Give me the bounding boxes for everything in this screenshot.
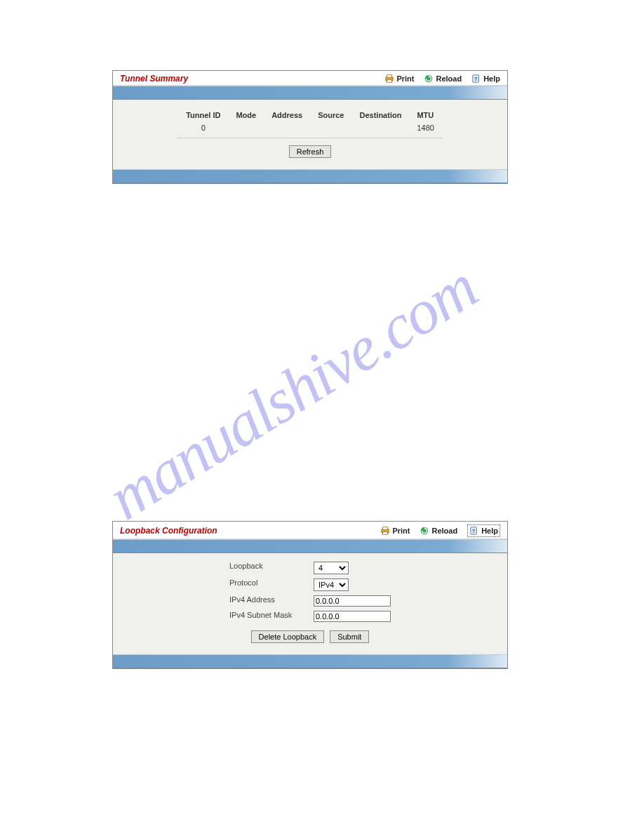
ipv4mask-label: IPv4 Subnet Mask bbox=[229, 611, 307, 622]
reload-button[interactable]: Reload bbox=[420, 526, 457, 536]
divider bbox=[177, 138, 443, 138]
cell-destination bbox=[352, 122, 408, 133]
protocol-label: Protocol bbox=[229, 578, 307, 591]
panel-body: Tunnel ID Mode Address Source Destinatio… bbox=[113, 100, 507, 169]
print-icon bbox=[380, 526, 390, 536]
print-button[interactable]: Print bbox=[384, 74, 414, 84]
loopback-label: Loopback bbox=[229, 562, 307, 574]
protocol-select[interactable]: IPv4 bbox=[314, 578, 349, 591]
table-row: 0 1480 bbox=[179, 122, 441, 133]
svg-rect-8 bbox=[383, 532, 388, 535]
loopback-config-panel: Loopback Configuration Print Reload ? He… bbox=[112, 521, 508, 669]
help-icon: ? bbox=[469, 526, 479, 536]
panel-header: Tunnel Summary Print Reload ? Help bbox=[113, 71, 507, 86]
svg-text:?: ? bbox=[472, 528, 476, 534]
ipv4addr-label: IPv4 Address bbox=[229, 595, 307, 607]
help-button[interactable]: ? Help bbox=[467, 524, 500, 537]
decorative-bar bbox=[113, 169, 507, 183]
reload-label: Reload bbox=[436, 74, 462, 83]
print-button[interactable]: Print bbox=[380, 526, 410, 536]
reload-icon bbox=[420, 526, 429, 536]
print-icon bbox=[384, 74, 394, 84]
delete-loopback-button[interactable]: Delete Loopback bbox=[251, 630, 325, 643]
decorative-bar bbox=[113, 539, 507, 553]
reload-icon bbox=[424, 74, 434, 84]
tunnel-table: Tunnel ID Mode Address Source Destinatio… bbox=[177, 108, 443, 135]
panel-header: Loopback Configuration Print Reload ? He… bbox=[113, 522, 507, 539]
help-icon: ? bbox=[471, 74, 481, 84]
cell-mtu: 1480 bbox=[410, 122, 441, 133]
refresh-button[interactable]: Refresh bbox=[289, 145, 332, 158]
ipv4addr-input[interactable] bbox=[314, 595, 391, 607]
panel-body: Loopback 4 Protocol IPv4 IPv4 Address IP… bbox=[113, 553, 507, 654]
svg-rect-7 bbox=[383, 527, 388, 530]
decorative-bar bbox=[113, 654, 507, 668]
ipv4mask-input[interactable] bbox=[314, 611, 391, 622]
col-mode: Mode bbox=[229, 110, 263, 121]
svg-rect-1 bbox=[387, 75, 392, 78]
panel-title: Tunnel Summary bbox=[120, 74, 375, 84]
cell-address bbox=[264, 122, 309, 133]
col-destination: Destination bbox=[352, 110, 408, 121]
col-mtu: MTU bbox=[410, 110, 441, 121]
watermark-text: manualshive.com bbox=[95, 212, 550, 534]
col-source: Source bbox=[311, 110, 351, 121]
print-label: Print bbox=[392, 527, 410, 535]
cell-tunnel-id: 0 bbox=[179, 122, 227, 133]
cell-source bbox=[311, 122, 351, 133]
tunnel-summary-panel: Tunnel Summary Print Reload ? Help bbox=[112, 70, 508, 184]
reload-button[interactable]: Reload bbox=[424, 74, 462, 84]
decorative-bar bbox=[113, 86, 507, 100]
reload-label: Reload bbox=[431, 527, 457, 535]
help-label: Help bbox=[483, 74, 500, 83]
print-label: Print bbox=[396, 74, 414, 83]
submit-button[interactable]: Submit bbox=[330, 630, 369, 643]
col-tunnel-id: Tunnel ID bbox=[179, 110, 227, 121]
col-address: Address bbox=[264, 110, 309, 121]
loopback-select[interactable]: 4 bbox=[314, 562, 349, 574]
cell-mode bbox=[229, 122, 263, 133]
svg-text:?: ? bbox=[474, 76, 478, 82]
svg-rect-2 bbox=[387, 80, 392, 83]
panel-title: Loopback Configuration bbox=[120, 526, 370, 536]
help-button[interactable]: ? Help bbox=[471, 74, 500, 84]
help-label: Help bbox=[481, 527, 498, 535]
